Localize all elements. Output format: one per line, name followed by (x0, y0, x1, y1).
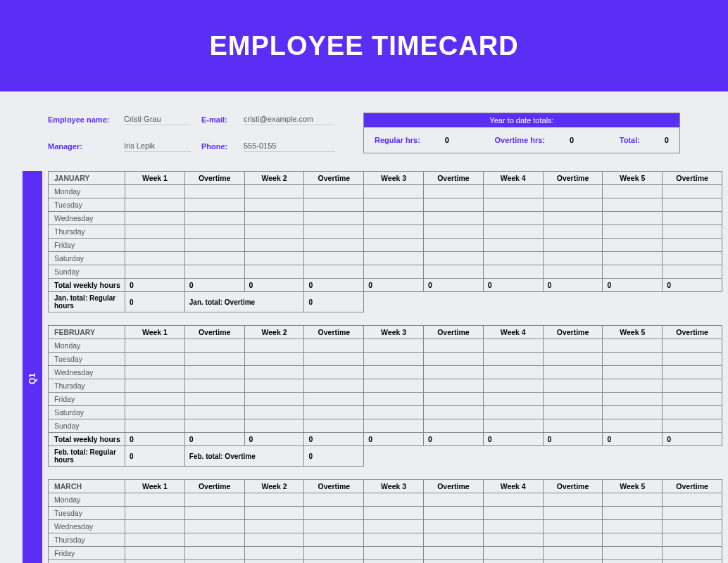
hours-cell[interactable] (483, 339, 543, 353)
hours-cell[interactable] (304, 547, 364, 560)
hours-cell[interactable] (663, 339, 722, 353)
hours-cell[interactable] (603, 185, 663, 198)
hours-cell[interactable] (244, 419, 304, 433)
hours-cell[interactable] (663, 520, 722, 533)
hours-cell[interactable] (543, 520, 603, 533)
employee-name-value[interactable]: Cristi Grau (124, 115, 191, 125)
hours-cell[interactable] (483, 198, 543, 212)
hours-cell[interactable] (603, 339, 663, 353)
hours-cell[interactable] (244, 493, 304, 507)
hours-cell[interactable] (424, 533, 484, 547)
email-value[interactable]: cristi@example.com (244, 115, 335, 125)
hours-cell[interactable] (483, 212, 543, 225)
hours-cell[interactable] (184, 339, 244, 353)
hours-cell[interactable] (304, 212, 364, 225)
hours-cell[interactable] (304, 419, 364, 433)
hours-cell[interactable] (543, 339, 603, 353)
hours-cell[interactable] (125, 339, 185, 353)
hours-cell[interactable] (304, 353, 364, 366)
hours-cell[interactable] (244, 252, 304, 265)
hours-cell[interactable] (603, 265, 663, 279)
hours-cell[interactable] (603, 379, 663, 393)
hours-cell[interactable] (483, 239, 543, 252)
hours-cell[interactable] (125, 212, 185, 225)
hours-cell[interactable] (244, 533, 304, 547)
hours-cell[interactable] (184, 379, 244, 393)
hours-cell[interactable] (543, 353, 603, 366)
hours-cell[interactable] (244, 547, 304, 560)
hours-cell[interactable] (304, 239, 364, 252)
hours-cell[interactable] (543, 239, 603, 252)
hours-cell[interactable] (244, 406, 304, 419)
hours-cell[interactable] (483, 520, 543, 533)
hours-cell[interactable] (424, 406, 484, 419)
hours-cell[interactable] (125, 353, 185, 366)
hours-cell[interactable] (603, 239, 663, 252)
hours-cell[interactable] (424, 198, 484, 212)
hours-cell[interactable] (244, 379, 304, 393)
hours-cell[interactable] (663, 185, 722, 198)
hours-cell[interactable] (543, 366, 603, 379)
hours-cell[interactable] (424, 507, 484, 520)
hours-cell[interactable] (603, 252, 663, 265)
hours-cell[interactable] (543, 225, 603, 239)
hours-cell[interactable] (603, 507, 663, 520)
hours-cell[interactable] (364, 339, 424, 353)
hours-cell[interactable] (244, 239, 304, 252)
hours-cell[interactable] (184, 560, 244, 564)
hours-cell[interactable] (603, 406, 663, 419)
hours-cell[interactable] (543, 533, 603, 547)
hours-cell[interactable] (543, 419, 603, 433)
hours-cell[interactable] (304, 225, 364, 239)
hours-cell[interactable] (244, 198, 304, 212)
hours-cell[interactable] (663, 379, 722, 393)
hours-cell[interactable] (364, 493, 424, 507)
hours-cell[interactable] (543, 406, 603, 419)
hours-cell[interactable] (424, 493, 484, 507)
hours-cell[interactable] (603, 533, 663, 547)
hours-cell[interactable] (663, 198, 722, 212)
hours-cell[interactable] (364, 379, 424, 393)
phone-value[interactable]: 555-0155 (244, 141, 335, 152)
hours-cell[interactable] (184, 252, 244, 265)
hours-cell[interactable] (364, 547, 424, 560)
hours-cell[interactable] (663, 225, 722, 239)
hours-cell[interactable] (244, 212, 304, 225)
hours-cell[interactable] (244, 366, 304, 379)
hours-cell[interactable] (125, 393, 185, 406)
hours-cell[interactable] (304, 252, 364, 265)
hours-cell[interactable] (244, 185, 304, 198)
hours-cell[interactable] (125, 520, 185, 533)
hours-cell[interactable] (364, 366, 424, 379)
hours-cell[interactable] (184, 366, 244, 379)
hours-cell[interactable] (184, 225, 244, 239)
hours-cell[interactable] (244, 353, 304, 366)
hours-cell[interactable] (304, 198, 364, 212)
hours-cell[interactable] (364, 353, 424, 366)
hours-cell[interactable] (244, 265, 304, 279)
hours-cell[interactable] (184, 520, 244, 533)
hours-cell[interactable] (543, 507, 603, 520)
hours-cell[interactable] (184, 265, 244, 279)
hours-cell[interactable] (483, 533, 543, 547)
hours-cell[interactable] (424, 547, 484, 560)
hours-cell[interactable] (184, 493, 244, 507)
hours-cell[interactable] (184, 419, 244, 433)
hours-cell[interactable] (244, 520, 304, 533)
hours-cell[interactable] (663, 265, 722, 279)
hours-cell[interactable] (364, 533, 424, 547)
hours-cell[interactable] (364, 239, 424, 252)
hours-cell[interactable] (663, 252, 722, 265)
hours-cell[interactable] (603, 198, 663, 212)
hours-cell[interactable] (125, 239, 185, 252)
hours-cell[interactable] (424, 560, 484, 564)
hours-cell[interactable] (304, 393, 364, 406)
hours-cell[interactable] (483, 406, 543, 419)
hours-cell[interactable] (483, 560, 543, 564)
hours-cell[interactable] (424, 520, 484, 533)
hours-cell[interactable] (184, 353, 244, 366)
hours-cell[interactable] (543, 493, 603, 507)
hours-cell[interactable] (125, 379, 185, 393)
hours-cell[interactable] (184, 533, 244, 547)
hours-cell[interactable] (125, 533, 185, 547)
